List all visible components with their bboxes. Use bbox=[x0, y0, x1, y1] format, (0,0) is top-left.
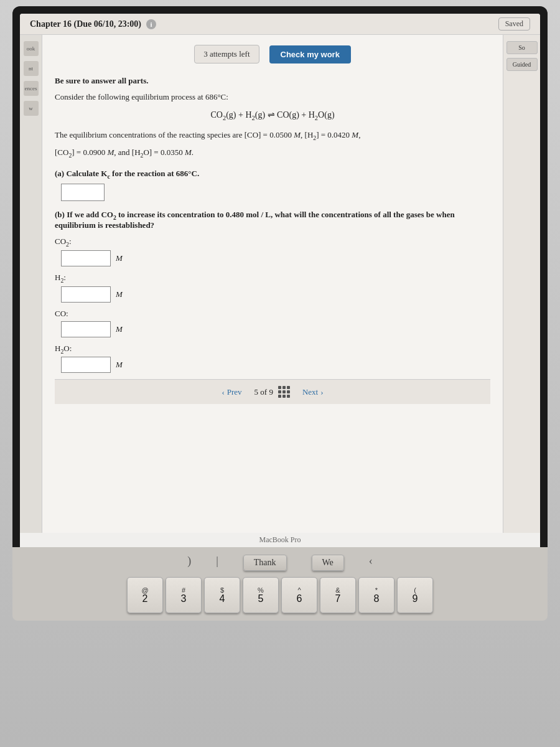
concentrations-line1: The equilibrium concentrations of the re… bbox=[55, 129, 490, 143]
co-input-row: M bbox=[61, 321, 490, 337]
h2o-input-row: M bbox=[61, 357, 490, 373]
h2-input[interactable] bbox=[61, 286, 111, 303]
key-2-top: @ bbox=[141, 587, 148, 594]
co-section: CO: M bbox=[55, 309, 490, 337]
page-number: 5 of 9 bbox=[254, 387, 273, 397]
next-label: Next bbox=[302, 387, 318, 397]
h2o-section: H2O: M bbox=[55, 344, 490, 374]
prev-arrow-icon: ‹ bbox=[222, 387, 224, 397]
equation-text: CO2(g) + H2(g) ⇌ CO(g) + H2O(g) bbox=[210, 110, 334, 120]
key-5-bottom: 5 bbox=[258, 594, 264, 604]
key-8-bottom: 8 bbox=[374, 594, 380, 604]
co2-input-row: M bbox=[61, 250, 490, 266]
laptop-shell: Chapter 16 (Due 06/10, 23:00) i Saved oo… bbox=[0, 0, 560, 747]
sidebar-item-w[interactable]: w bbox=[24, 101, 39, 116]
key-5-top: % bbox=[258, 587, 264, 594]
keyboard-word-right-bracket: ) bbox=[187, 555, 191, 571]
keyboard-area: ) | Thank We ‹ @ 2 # 3 $ 4 % 5 bbox=[12, 547, 548, 621]
question-context: Consider the following equilibrium proce… bbox=[55, 92, 490, 102]
info-icon[interactable]: i bbox=[146, 19, 156, 29]
grid-icon[interactable] bbox=[278, 386, 290, 398]
key-8[interactable]: * 8 bbox=[358, 577, 394, 613]
co2-unit: M bbox=[116, 253, 123, 263]
main-layout: ook nt ences w 3 attempts left Check my … bbox=[20, 35, 540, 533]
action-bar: 3 attempts left Check my work bbox=[55, 45, 490, 63]
key-7[interactable]: & 7 bbox=[320, 577, 356, 613]
key-4-bottom: 4 bbox=[220, 594, 225, 604]
solutions-button[interactable]: So bbox=[506, 41, 538, 54]
nav-bar: ‹ Prev 5 of 9 bbox=[55, 379, 490, 404]
part-a-input[interactable] bbox=[61, 184, 105, 201]
sidebar-item-ences[interactable]: ences bbox=[24, 81, 39, 96]
co2-label: CO2: bbox=[55, 237, 490, 248]
key-9-top: ( bbox=[414, 587, 416, 594]
key-6-bottom: 6 bbox=[297, 594, 302, 604]
key-9[interactable]: ( 9 bbox=[397, 577, 433, 613]
key-4-top: $ bbox=[220, 587, 224, 594]
key-4[interactable]: $ 4 bbox=[204, 577, 240, 613]
key-3-bottom: 3 bbox=[181, 594, 187, 604]
co2-input[interactable] bbox=[61, 250, 111, 266]
check-work-button[interactable]: Check my work bbox=[269, 45, 351, 63]
key-3[interactable]: # 3 bbox=[166, 577, 202, 613]
macbook-label: MacBook Pro bbox=[20, 533, 540, 547]
equation: CO2(g) + H2(g) ⇌ CO(g) + H2O(g) bbox=[55, 110, 490, 121]
concentrations-line2: [CO2] = 0.0900 M, and [H2O] = 0.0350 M. bbox=[55, 146, 490, 160]
co-input[interactable] bbox=[61, 321, 111, 337]
keyboard-word-pipe: | bbox=[216, 555, 218, 571]
key-7-top: & bbox=[335, 587, 340, 594]
next-button[interactable]: Next › bbox=[302, 387, 324, 397]
h2-section: H2: M bbox=[55, 273, 490, 303]
sidebar-item-ook[interactable]: ook bbox=[24, 41, 39, 56]
key-2[interactable]: @ 2 bbox=[127, 577, 163, 613]
h2o-input[interactable] bbox=[61, 357, 111, 373]
guided-button[interactable]: Guided bbox=[506, 58, 538, 71]
instruction-text: Be sure to answer all parts. bbox=[55, 76, 490, 86]
attempts-left: 3 attempts left bbox=[194, 45, 259, 63]
top-bar: Chapter 16 (Due 06/10, 23:00) i Saved bbox=[20, 14, 540, 35]
left-sidebar: ook nt ences w bbox=[20, 35, 42, 533]
screen-content: Chapter 16 (Due 06/10, 23:00) i Saved oo… bbox=[20, 14, 540, 547]
co-label: CO: bbox=[55, 309, 490, 319]
part-a-label: (a) Calculate Kc for the reaction at 686… bbox=[55, 169, 490, 180]
prev-button[interactable]: ‹ Prev bbox=[222, 387, 241, 397]
chapter-title: Chapter 16 (Due 06/10, 23:00) bbox=[30, 19, 141, 29]
key-8-top: * bbox=[375, 587, 378, 594]
h2o-unit: M bbox=[116, 360, 123, 370]
keyboard-word-thank[interactable]: Thank bbox=[243, 555, 287, 571]
h2o-label: H2O: bbox=[55, 344, 490, 355]
key-5[interactable]: % 5 bbox=[243, 577, 279, 613]
page-info: 5 of 9 bbox=[254, 386, 290, 398]
right-sidebar: So Guided bbox=[503, 35, 540, 533]
key-9-bottom: 9 bbox=[413, 594, 418, 604]
part-b-label: (b) If we add CO2 to increase its concen… bbox=[55, 210, 490, 231]
key-7-bottom: 7 bbox=[335, 594, 341, 604]
key-3-top: # bbox=[182, 587, 185, 594]
h2-input-row: M bbox=[61, 286, 490, 303]
keyboard-word-left-bracket: ‹ bbox=[369, 555, 373, 571]
prev-label: Prev bbox=[227, 387, 242, 397]
co2-section: CO2: M bbox=[55, 237, 490, 266]
key-6-top: ^ bbox=[297, 587, 301, 594]
key-2-bottom: 2 bbox=[142, 594, 148, 604]
sidebar-item-nt[interactable]: nt bbox=[24, 61, 39, 76]
next-arrow-icon: › bbox=[320, 387, 323, 397]
screen-bezel: Chapter 16 (Due 06/10, 23:00) i Saved oo… bbox=[12, 6, 548, 547]
saved-badge: Saved bbox=[498, 17, 530, 31]
h2-label: H2: bbox=[55, 273, 490, 284]
h2-unit: M bbox=[116, 289, 123, 299]
co-unit: M bbox=[116, 324, 123, 334]
keyboard-word-we[interactable]: We bbox=[312, 555, 344, 571]
key-6[interactable]: ^ 6 bbox=[281, 577, 317, 613]
center-content: 3 attempts left Check my work Be sure to… bbox=[42, 35, 503, 533]
